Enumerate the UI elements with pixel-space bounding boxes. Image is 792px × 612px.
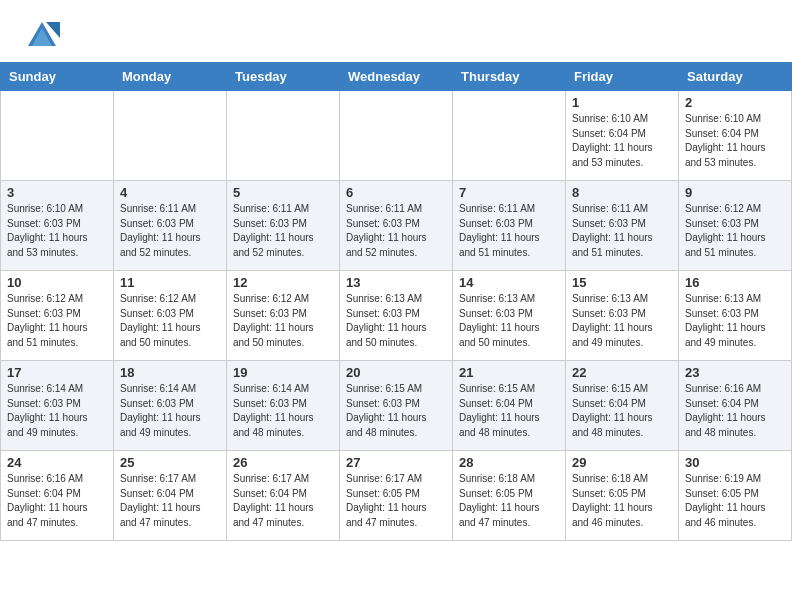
weekday-header: Sunday [1,63,114,91]
day-number: 10 [7,275,107,290]
calendar-cell [227,91,340,181]
day-info: Sunrise: 6:11 AM Sunset: 6:03 PM Dayligh… [459,202,559,260]
day-info: Sunrise: 6:10 AM Sunset: 6:04 PM Dayligh… [572,112,672,170]
calendar-cell: 9Sunrise: 6:12 AM Sunset: 6:03 PM Daylig… [679,181,792,271]
day-info: Sunrise: 6:12 AM Sunset: 6:03 PM Dayligh… [233,292,333,350]
day-number: 12 [233,275,333,290]
weekday-header: Thursday [453,63,566,91]
day-info: Sunrise: 6:18 AM Sunset: 6:05 PM Dayligh… [459,472,559,530]
day-info: Sunrise: 6:10 AM Sunset: 6:03 PM Dayligh… [7,202,107,260]
calendar-cell [114,91,227,181]
day-number: 4 [120,185,220,200]
logo-icon [24,18,60,54]
day-number: 23 [685,365,785,380]
calendar-week-row: 10Sunrise: 6:12 AM Sunset: 6:03 PM Dayli… [1,271,792,361]
calendar-week-row: 17Sunrise: 6:14 AM Sunset: 6:03 PM Dayli… [1,361,792,451]
calendar-cell: 20Sunrise: 6:15 AM Sunset: 6:03 PM Dayli… [340,361,453,451]
day-info: Sunrise: 6:12 AM Sunset: 6:03 PM Dayligh… [120,292,220,350]
day-info: Sunrise: 6:17 AM Sunset: 6:05 PM Dayligh… [346,472,446,530]
calendar-cell: 19Sunrise: 6:14 AM Sunset: 6:03 PM Dayli… [227,361,340,451]
calendar-cell: 14Sunrise: 6:13 AM Sunset: 6:03 PM Dayli… [453,271,566,361]
day-number: 14 [459,275,559,290]
calendar-cell: 17Sunrise: 6:14 AM Sunset: 6:03 PM Dayli… [1,361,114,451]
day-number: 30 [685,455,785,470]
calendar-cell: 13Sunrise: 6:13 AM Sunset: 6:03 PM Dayli… [340,271,453,361]
day-info: Sunrise: 6:17 AM Sunset: 6:04 PM Dayligh… [120,472,220,530]
day-info: Sunrise: 6:14 AM Sunset: 6:03 PM Dayligh… [233,382,333,440]
day-info: Sunrise: 6:16 AM Sunset: 6:04 PM Dayligh… [685,382,785,440]
day-number: 18 [120,365,220,380]
calendar-cell: 3Sunrise: 6:10 AM Sunset: 6:03 PM Daylig… [1,181,114,271]
day-info: Sunrise: 6:11 AM Sunset: 6:03 PM Dayligh… [346,202,446,260]
page-header [0,0,792,62]
calendar-cell: 28Sunrise: 6:18 AM Sunset: 6:05 PM Dayli… [453,451,566,541]
calendar-header-row: SundayMondayTuesdayWednesdayThursdayFrid… [1,63,792,91]
day-info: Sunrise: 6:12 AM Sunset: 6:03 PM Dayligh… [685,202,785,260]
weekday-header: Monday [114,63,227,91]
calendar-cell: 24Sunrise: 6:16 AM Sunset: 6:04 PM Dayli… [1,451,114,541]
day-number: 24 [7,455,107,470]
calendar-cell: 4Sunrise: 6:11 AM Sunset: 6:03 PM Daylig… [114,181,227,271]
day-number: 17 [7,365,107,380]
calendar-cell: 27Sunrise: 6:17 AM Sunset: 6:05 PM Dayli… [340,451,453,541]
calendar-cell [1,91,114,181]
day-info: Sunrise: 6:13 AM Sunset: 6:03 PM Dayligh… [459,292,559,350]
day-number: 13 [346,275,446,290]
day-info: Sunrise: 6:13 AM Sunset: 6:03 PM Dayligh… [572,292,672,350]
day-number: 7 [459,185,559,200]
calendar-cell: 16Sunrise: 6:13 AM Sunset: 6:03 PM Dayli… [679,271,792,361]
day-number: 25 [120,455,220,470]
calendar-cell: 11Sunrise: 6:12 AM Sunset: 6:03 PM Dayli… [114,271,227,361]
day-info: Sunrise: 6:15 AM Sunset: 6:03 PM Dayligh… [346,382,446,440]
calendar-cell: 29Sunrise: 6:18 AM Sunset: 6:05 PM Dayli… [566,451,679,541]
calendar-week-row: 3Sunrise: 6:10 AM Sunset: 6:03 PM Daylig… [1,181,792,271]
day-info: Sunrise: 6:14 AM Sunset: 6:03 PM Dayligh… [120,382,220,440]
calendar-week-row: 24Sunrise: 6:16 AM Sunset: 6:04 PM Dayli… [1,451,792,541]
day-info: Sunrise: 6:19 AM Sunset: 6:05 PM Dayligh… [685,472,785,530]
calendar-cell: 21Sunrise: 6:15 AM Sunset: 6:04 PM Dayli… [453,361,566,451]
calendar-cell: 5Sunrise: 6:11 AM Sunset: 6:03 PM Daylig… [227,181,340,271]
calendar-cell [340,91,453,181]
day-info: Sunrise: 6:13 AM Sunset: 6:03 PM Dayligh… [346,292,446,350]
calendar-cell: 15Sunrise: 6:13 AM Sunset: 6:03 PM Dayli… [566,271,679,361]
calendar-cell: 22Sunrise: 6:15 AM Sunset: 6:04 PM Dayli… [566,361,679,451]
day-number: 28 [459,455,559,470]
day-number: 15 [572,275,672,290]
day-number: 21 [459,365,559,380]
calendar-week-row: 1Sunrise: 6:10 AM Sunset: 6:04 PM Daylig… [1,91,792,181]
calendar-cell [453,91,566,181]
weekday-header: Friday [566,63,679,91]
calendar-cell: 1Sunrise: 6:10 AM Sunset: 6:04 PM Daylig… [566,91,679,181]
day-number: 19 [233,365,333,380]
day-number: 1 [572,95,672,110]
day-number: 22 [572,365,672,380]
calendar-cell: 26Sunrise: 6:17 AM Sunset: 6:04 PM Dayli… [227,451,340,541]
day-info: Sunrise: 6:11 AM Sunset: 6:03 PM Dayligh… [233,202,333,260]
weekday-header: Tuesday [227,63,340,91]
day-number: 6 [346,185,446,200]
day-number: 8 [572,185,672,200]
calendar-cell: 12Sunrise: 6:12 AM Sunset: 6:03 PM Dayli… [227,271,340,361]
day-number: 5 [233,185,333,200]
calendar-cell: 7Sunrise: 6:11 AM Sunset: 6:03 PM Daylig… [453,181,566,271]
day-number: 20 [346,365,446,380]
day-info: Sunrise: 6:11 AM Sunset: 6:03 PM Dayligh… [572,202,672,260]
day-number: 16 [685,275,785,290]
day-info: Sunrise: 6:18 AM Sunset: 6:05 PM Dayligh… [572,472,672,530]
calendar-cell: 6Sunrise: 6:11 AM Sunset: 6:03 PM Daylig… [340,181,453,271]
calendar-cell: 18Sunrise: 6:14 AM Sunset: 6:03 PM Dayli… [114,361,227,451]
calendar-cell: 25Sunrise: 6:17 AM Sunset: 6:04 PM Dayli… [114,451,227,541]
day-info: Sunrise: 6:17 AM Sunset: 6:04 PM Dayligh… [233,472,333,530]
day-info: Sunrise: 6:16 AM Sunset: 6:04 PM Dayligh… [7,472,107,530]
weekday-header: Wednesday [340,63,453,91]
day-number: 3 [7,185,107,200]
calendar-cell: 23Sunrise: 6:16 AM Sunset: 6:04 PM Dayli… [679,361,792,451]
calendar-cell: 2Sunrise: 6:10 AM Sunset: 6:04 PM Daylig… [679,91,792,181]
calendar-cell: 10Sunrise: 6:12 AM Sunset: 6:03 PM Dayli… [1,271,114,361]
logo [24,18,64,54]
day-number: 27 [346,455,446,470]
day-info: Sunrise: 6:14 AM Sunset: 6:03 PM Dayligh… [7,382,107,440]
day-number: 11 [120,275,220,290]
day-info: Sunrise: 6:12 AM Sunset: 6:03 PM Dayligh… [7,292,107,350]
day-info: Sunrise: 6:15 AM Sunset: 6:04 PM Dayligh… [572,382,672,440]
